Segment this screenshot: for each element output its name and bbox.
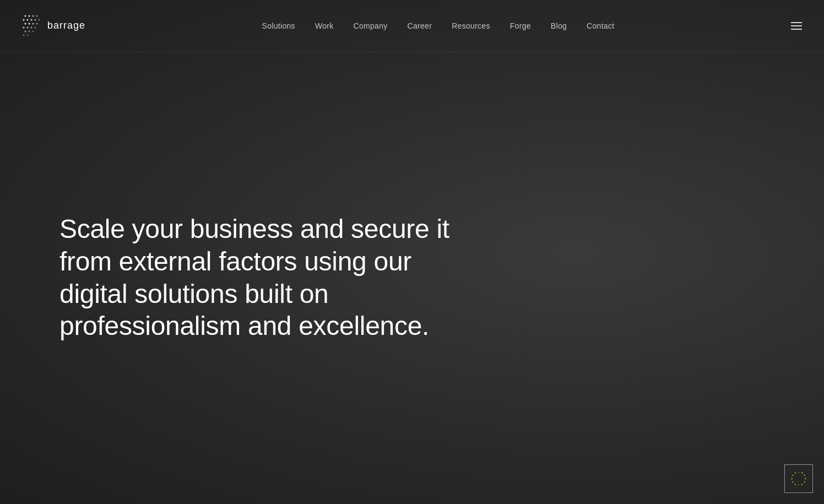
svg-point-5 <box>27 19 29 20</box>
svg-marker-30 <box>794 484 797 485</box>
svg-point-9 <box>25 23 26 24</box>
brand-name: barrage <box>47 20 85 31</box>
navbar: barrage Solutions Work Company Career Re… <box>0 0 824 52</box>
svg-point-3 <box>36 15 38 17</box>
svg-point-13 <box>23 26 25 28</box>
hamburger-line-1 <box>791 22 802 23</box>
svg-marker-24 <box>801 472 804 474</box>
svg-marker-34 <box>794 472 797 474</box>
svg-point-18 <box>29 30 30 32</box>
svg-point-10 <box>29 23 30 24</box>
svg-point-19 <box>32 30 34 32</box>
hamburger-line-3 <box>791 29 802 30</box>
nav-solutions[interactable]: Solutions <box>262 21 295 30</box>
nav-menu-button[interactable] <box>791 22 802 30</box>
nav-work[interactable]: Work <box>315 21 334 30</box>
svg-point-11 <box>32 23 34 24</box>
svg-marker-25 <box>804 474 806 477</box>
svg-marker-27 <box>804 481 806 484</box>
nav-contact[interactable]: Contact <box>587 21 614 30</box>
hero-heading: Scale your business and secure it from e… <box>59 213 478 342</box>
nav-company[interactable]: Company <box>354 21 388 30</box>
svg-point-20 <box>23 34 25 36</box>
svg-point-14 <box>27 26 29 28</box>
hero-section: Scale your business and secure it from e… <box>0 52 824 504</box>
logo-icon <box>22 14 42 38</box>
svg-point-1 <box>29 15 30 17</box>
svg-marker-29 <box>798 485 799 485</box>
logo-area[interactable]: barrage <box>22 14 85 38</box>
svg-point-12 <box>36 23 38 24</box>
eu-badge[interactable] <box>784 464 813 493</box>
svg-point-4 <box>23 19 25 20</box>
svg-point-0 <box>25 15 26 17</box>
hero-text-block: Scale your business and secure it from e… <box>59 213 478 342</box>
svg-marker-28 <box>801 484 804 485</box>
svg-point-6 <box>31 19 32 20</box>
nav-forge[interactable]: Forge <box>510 21 531 30</box>
svg-point-21 <box>27 34 29 36</box>
nav-blog[interactable]: Blog <box>551 21 567 30</box>
svg-point-8 <box>39 19 40 20</box>
svg-marker-33 <box>792 474 794 477</box>
svg-marker-32 <box>791 478 793 479</box>
svg-marker-23 <box>798 472 799 473</box>
svg-point-2 <box>32 15 34 17</box>
nav-links: Solutions Work Company Career Resources … <box>262 21 615 30</box>
svg-point-7 <box>35 19 36 20</box>
svg-point-17 <box>25 30 26 32</box>
nav-resources[interactable]: Resources <box>452 21 490 30</box>
svg-marker-31 <box>792 481 794 484</box>
hamburger-line-2 <box>791 25 802 26</box>
hamburger-icon[interactable] <box>791 22 802 30</box>
eu-flag-icon <box>789 472 809 485</box>
svg-point-16 <box>35 26 36 28</box>
nav-career[interactable]: Career <box>408 21 432 30</box>
svg-point-15 <box>31 26 32 28</box>
svg-marker-26 <box>805 478 806 479</box>
